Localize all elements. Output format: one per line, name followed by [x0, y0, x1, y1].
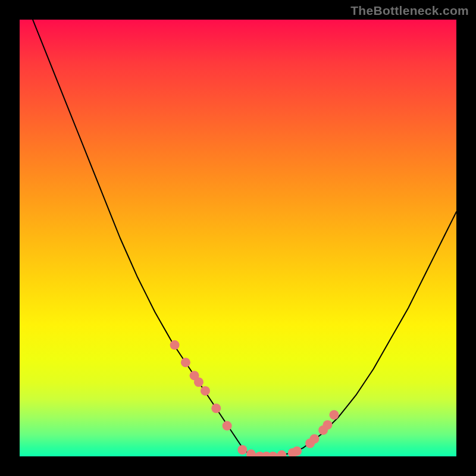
chart-frame: TheBottleneck.com: [0, 0, 476, 476]
data-marker: [181, 358, 190, 367]
data-marker: [211, 403, 221, 413]
marker-group: [170, 340, 339, 456]
data-marker: [246, 449, 256, 456]
data-marker: [223, 421, 232, 431]
plot-area: [20, 20, 456, 456]
data-marker: [322, 420, 332, 430]
data-marker: [201, 386, 210, 396]
data-marker: [277, 450, 286, 456]
data-marker: [170, 340, 180, 350]
curve-layer: [20, 20, 456, 456]
bottleneck-curve: [33, 20, 456, 456]
data-marker: [237, 445, 247, 455]
data-marker: [268, 452, 278, 456]
watermark-text: TheBottleneck.com: [350, 4, 469, 18]
data-marker: [309, 434, 319, 444]
data-marker: [194, 377, 203, 387]
data-marker: [329, 410, 339, 419]
data-marker: [292, 446, 302, 456]
